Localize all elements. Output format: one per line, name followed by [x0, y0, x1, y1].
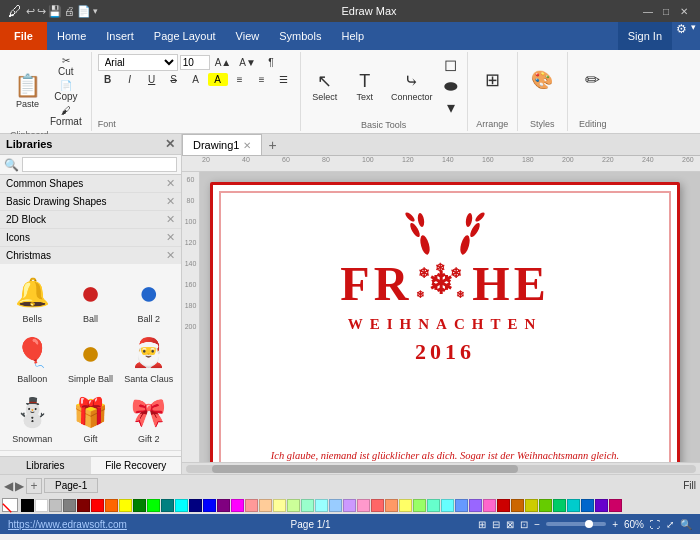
basic-drawing-header[interactable]: Basic Drawing Shapes ✕	[0, 193, 181, 210]
color-swatch-FFFF66[interactable]	[399, 499, 412, 512]
select-button[interactable]: ↖ Select	[307, 60, 343, 112]
color-swatch-66FFFF[interactable]	[441, 499, 454, 512]
ball2-item[interactable]: ● Ball 2	[121, 268, 177, 326]
color-swatch-0066CC[interactable]	[581, 499, 594, 512]
no-fill-swatch[interactable]	[2, 498, 18, 512]
library-search-input[interactable]	[22, 157, 177, 172]
color-swatch-800000[interactable]	[77, 499, 90, 512]
color-swatch-800080[interactable]	[217, 499, 230, 512]
page-prev-btn[interactable]: ◀	[4, 479, 13, 493]
page-next-btn[interactable]: ▶	[15, 479, 24, 493]
align-left-button[interactable]: ≡	[230, 73, 250, 86]
font-size-input[interactable]	[180, 55, 210, 70]
minimize-btn[interactable]: —	[640, 3, 656, 19]
font-grow-button[interactable]: A▲	[212, 56, 235, 69]
copy-button[interactable]: 📄 Copy	[47, 79, 85, 103]
color-swatch-FF9966[interactable]	[385, 499, 398, 512]
balloon-item[interactable]: 🎈 Balloon	[4, 328, 60, 386]
2d-block-header[interactable]: 2D Block ✕	[0, 211, 181, 228]
strikethrough-button[interactable]: S	[164, 73, 184, 86]
undo-icon[interactable]: ↩	[26, 5, 35, 18]
gear-icon[interactable]: ⚙	[676, 22, 687, 50]
help-menu[interactable]: Help	[331, 22, 374, 50]
scrollbar-track[interactable]	[186, 465, 696, 473]
redo-icon[interactable]: ↪	[37, 5, 46, 18]
color-swatch-FFCC99[interactable]	[259, 499, 272, 512]
color-swatch-CC99FF[interactable]	[343, 499, 356, 512]
christmas-card[interactable]: F R ❄ ❄ ❄ ❄	[210, 182, 680, 462]
canvas-content[interactable]: F R ❄ ❄ ❄ ❄	[200, 172, 700, 462]
tab-close-btn[interactable]: ✕	[243, 140, 251, 151]
file-menu[interactable]: File	[0, 22, 47, 50]
align-center-button[interactable]: ≡	[252, 73, 272, 86]
color-swatch-00CCCC[interactable]	[567, 499, 580, 512]
icons-header[interactable]: Icons ✕	[0, 229, 181, 246]
color-swatch-99FFCC[interactable]	[301, 499, 314, 512]
simple-ball-item[interactable]: ● Simple Ball	[62, 328, 118, 386]
christmas-close[interactable]: ✕	[166, 249, 175, 262]
signin-button[interactable]: Sign In	[618, 22, 672, 50]
color-swatch-FFFFFF[interactable]	[35, 499, 48, 512]
color-swatch-00FF00[interactable]	[147, 499, 160, 512]
color-swatch-0000FF[interactable]	[203, 499, 216, 512]
format-button[interactable]: 🖌 Format	[47, 104, 85, 128]
color-swatch-FFFF00[interactable]	[119, 499, 132, 512]
more-shapes-button[interactable]: ▾	[441, 97, 461, 118]
home-menu[interactable]: Home	[47, 22, 96, 50]
shape1-button[interactable]: ◻	[441, 54, 461, 75]
basic-drawing-close[interactable]: ✕	[166, 195, 175, 208]
horizontal-scrollbar[interactable]	[182, 462, 700, 474]
gift2-item[interactable]: 🎀 Gift 2	[121, 388, 177, 446]
text-button[interactable]: T Text	[347, 60, 383, 112]
color-swatch-CC0000[interactable]	[497, 499, 510, 512]
styles-button[interactable]: 🎨	[524, 54, 561, 106]
color-swatch-008000[interactable]	[133, 499, 146, 512]
color-swatch-00CC66[interactable]	[553, 499, 566, 512]
file-recovery-tab[interactable]: File Recovery	[91, 457, 182, 474]
ball-item[interactable]: ● Ball	[62, 268, 118, 326]
add-page-btn[interactable]: +	[26, 478, 42, 494]
cut-button[interactable]: ✂ Cut	[47, 54, 85, 78]
fit-icon[interactable]: ⛶	[650, 519, 660, 530]
font-shrink-button[interactable]: A▼	[236, 56, 259, 69]
color-swatch-FF6666[interactable]	[371, 499, 384, 512]
color-swatch-000000[interactable]	[21, 499, 34, 512]
symbols-menu[interactable]: Symbols	[269, 22, 331, 50]
color-swatch-FF0000[interactable]	[91, 499, 104, 512]
color-swatch-FFFF99[interactable]	[273, 499, 286, 512]
settings-dropdown[interactable]: ▾	[687, 22, 700, 50]
page-layout-menu[interactable]: Page Layout	[144, 22, 226, 50]
zoom-slider[interactable]	[546, 522, 606, 526]
color-swatch-9966FF[interactable]	[469, 499, 482, 512]
christmas-header[interactable]: Christmas ✕	[0, 247, 181, 264]
font-family-select[interactable]: Arial	[98, 54, 178, 71]
shape2-button[interactable]: ⬬	[441, 76, 461, 96]
color-swatch-008080[interactable]	[161, 499, 174, 512]
color-swatch-FF99CC[interactable]	[357, 499, 370, 512]
bells-item[interactable]: 🔔 Bells	[4, 268, 60, 326]
bold-button[interactable]: B	[98, 73, 118, 86]
new-tab-button[interactable]: +	[262, 134, 282, 155]
save-icon[interactable]: 💾	[48, 5, 62, 18]
fullscreen-icon[interactable]: ⤢	[666, 519, 674, 530]
color-swatch-CC6600[interactable]	[511, 499, 524, 512]
santa-item[interactable]: 🎅 Santa Claus	[121, 328, 177, 386]
color-swatch-808080[interactable]	[63, 499, 76, 512]
color-swatch-6699FF[interactable]	[455, 499, 468, 512]
common-shapes-header[interactable]: Common Shapes ✕	[0, 175, 181, 192]
zoom-minus[interactable]: −	[534, 519, 540, 530]
color-swatch-000080[interactable]	[189, 499, 202, 512]
underline-button[interactable]: U	[142, 73, 162, 86]
icons-close[interactable]: ✕	[166, 231, 175, 244]
color-swatch-99FFFF[interactable]	[315, 499, 328, 512]
color-swatch-CCFF99[interactable]	[287, 499, 300, 512]
page1-tab[interactable]: Page-1	[44, 478, 98, 493]
color-swatch-99CCFF[interactable]	[329, 499, 342, 512]
color-swatch-CCCC00[interactable]	[525, 499, 538, 512]
view-menu[interactable]: View	[226, 22, 270, 50]
connector-button[interactable]: ⤷ Connector	[387, 60, 437, 112]
color-swatch-00FFFF[interactable]	[175, 499, 188, 512]
view-icon[interactable]: 🔍	[680, 519, 692, 530]
print-icon[interactable]: 🖨	[64, 5, 75, 17]
color-swatch-6600CC[interactable]	[595, 499, 608, 512]
